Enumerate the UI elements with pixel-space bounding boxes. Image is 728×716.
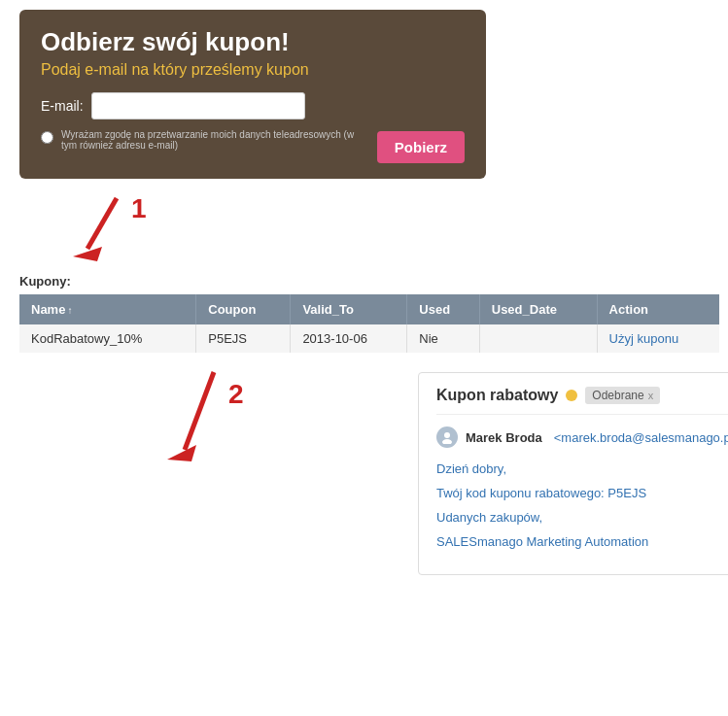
kupony-label: Kupony: xyxy=(19,274,709,289)
email-body-line: Udanych zakupów, xyxy=(436,510,728,525)
email-preview-header: Kupon rabatowy Odebrane x xyxy=(436,387,728,415)
svg-marker-4 xyxy=(167,445,196,461)
cell-name: KodRabatowy_10% xyxy=(19,324,196,353)
badge-close[interactable]: x xyxy=(648,390,654,401)
col-valid-to: Valid_To xyxy=(291,294,407,324)
table-header: Name↑ Coupon Valid_To Used Used_Date Act… xyxy=(19,294,719,324)
email-subject: Kupon rabatowy xyxy=(436,387,558,404)
consent-text: Wyrażam zgodę na przetwarzanie moich dan… xyxy=(61,129,356,151)
pobierz-button[interactable]: Pobierz xyxy=(377,131,465,163)
email-preview: Kupon rabatowy Odebrane x Marek Broda <m… xyxy=(418,372,728,575)
svg-point-6 xyxy=(444,432,450,438)
svg-line-3 xyxy=(185,372,214,450)
arrow1-section: 1 xyxy=(19,188,709,266)
email-dot-icon xyxy=(566,390,577,401)
svg-text:2: 2 xyxy=(228,379,244,409)
email-field[interactable] xyxy=(91,92,305,119)
svg-text:1: 1 xyxy=(131,193,147,223)
col-used-date: Used_Date xyxy=(479,294,597,324)
svg-marker-1 xyxy=(73,247,102,261)
col-action: Action xyxy=(597,294,719,324)
arrow1-svg: 1 xyxy=(19,188,175,266)
cell-action: Użyj kuponu xyxy=(597,324,719,353)
col-name: Name↑ xyxy=(19,294,196,324)
email-body-line: Dzień dobry, xyxy=(436,461,728,476)
use-coupon-link[interactable]: Użyj kuponu xyxy=(609,331,679,346)
col-used: Used xyxy=(407,294,479,324)
table-row: KodRabatowy_10% P5EJS 2013-10-06 Nie Uży… xyxy=(19,324,719,353)
lower-section: 2 Kupon rabatowy Odebrane x Marek Broda … xyxy=(19,362,709,693)
table-body: KodRabatowy_10% P5EJS 2013-10-06 Nie Uży… xyxy=(19,324,719,353)
email-body-line: Twój kod kuponu rabatowego: P5EJS xyxy=(436,486,728,500)
cell-used-date xyxy=(479,324,597,353)
email-badge: Odebrane x xyxy=(585,387,660,404)
email-body-line: SALESmanago Marketing Automation xyxy=(436,534,728,549)
avatar xyxy=(436,426,458,448)
email-from-row: Marek Broda <marek.broda@salesmanago.pl> xyxy=(436,426,728,448)
email-body: Dzień dobry,Twój kod kuponu rabatowego: … xyxy=(436,461,728,549)
cell-used: Nie xyxy=(407,324,479,353)
arrow2-svg: 2 xyxy=(97,362,292,489)
col-coupon: Coupon xyxy=(196,294,291,324)
consent-radio[interactable] xyxy=(41,131,53,144)
svg-point-7 xyxy=(442,439,452,444)
email-from-addr: <marek.broda@salesmanago.pl> xyxy=(554,430,728,445)
coupon-table: Name↑ Coupon Valid_To Used Used_Date Act… xyxy=(19,294,719,353)
cell-coupon: P5EJS xyxy=(196,324,291,353)
email-label: E-mail: xyxy=(41,98,84,114)
banner-subtitle: Podaj e-mail na który prześlemy kupon xyxy=(41,61,465,79)
coupon-banner: Odbierz swój kupon! Podaj e-mail na któr… xyxy=(19,10,486,179)
email-from-name: Marek Broda xyxy=(466,430,542,445)
svg-line-0 xyxy=(87,198,117,249)
cell-valid-to: 2013-10-06 xyxy=(291,324,407,353)
banner-title: Odbierz swój kupon! xyxy=(41,27,465,57)
badge-label: Odebrane xyxy=(592,389,643,402)
